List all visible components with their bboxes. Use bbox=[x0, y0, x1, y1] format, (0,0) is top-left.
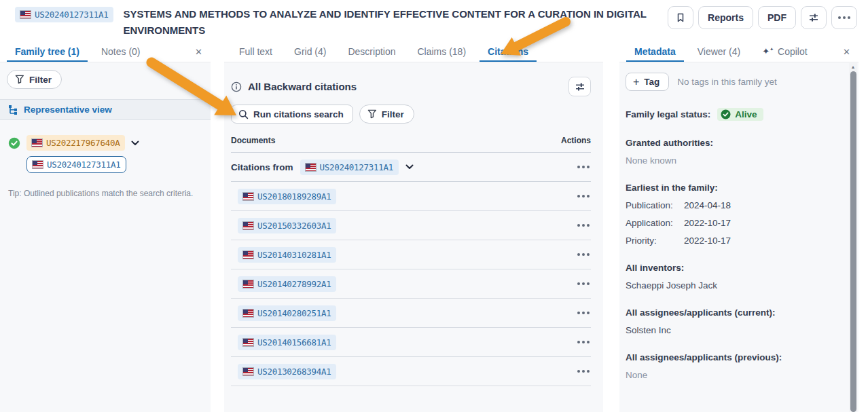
row-actions-menu[interactable] bbox=[576, 337, 591, 348]
tag-row: + Tag No tags in this family yet bbox=[626, 73, 841, 91]
citation-row: US20150332603A1 bbox=[231, 211, 591, 240]
status-badge: Alive bbox=[717, 108, 763, 121]
citation-doc-chip[interactable]: US20140278992A1 bbox=[238, 276, 336, 292]
row-actions-menu[interactable] bbox=[576, 307, 591, 318]
left-panel-tabs: Family tree (1) Notes (0) ✕ bbox=[0, 42, 211, 62]
row-actions-menu[interactable] bbox=[576, 191, 591, 202]
tab-grid[interactable]: Grid (4) bbox=[286, 42, 334, 62]
earliest-label: Earliest in the family: bbox=[626, 183, 841, 193]
row-actions-menu[interactable] bbox=[576, 278, 591, 289]
parent-publication-number: US202217967640A bbox=[46, 138, 120, 148]
patent-number-badge[interactable]: US20240127311A1 bbox=[15, 7, 113, 22]
right-panel-close-icon[interactable]: ✕ bbox=[839, 45, 854, 58]
citations-from-number: US20240127311A1 bbox=[320, 162, 393, 172]
more-options-button[interactable] bbox=[831, 6, 857, 29]
family-tree-content: Filter Representative view US20221796764… bbox=[0, 63, 211, 412]
publication-value: 2024-04-18 bbox=[684, 200, 731, 210]
priority-date-row: Priority: 2022-10-17 bbox=[626, 236, 841, 246]
chevron-down-icon[interactable] bbox=[405, 164, 414, 170]
citations-from-chip[interactable]: US20240127311A1 bbox=[300, 160, 399, 175]
ellipsis-icon bbox=[837, 12, 852, 23]
application-value: 2022-10-17 bbox=[684, 218, 731, 228]
assignees-previous-field: All assignees/applicants (previous): Non… bbox=[626, 352, 841, 380]
us-flag-icon bbox=[32, 139, 42, 147]
sliders-icon bbox=[808, 12, 819, 23]
copilot-label: Copilot bbox=[778, 46, 808, 57]
citations-settings-button[interactable] bbox=[568, 77, 591, 96]
family-filter-button[interactable]: Filter bbox=[7, 70, 62, 89]
tab-copilot[interactable]: ✦✦ Copilot bbox=[754, 42, 815, 62]
tab-full-text[interactable]: Full text bbox=[231, 42, 281, 62]
chevron-down-icon[interactable] bbox=[131, 141, 139, 146]
tab-description[interactable]: Description bbox=[340, 42, 403, 62]
us-flag-icon bbox=[243, 280, 253, 288]
priority-label: Priority: bbox=[626, 236, 684, 246]
citation-doc-chip[interactable]: US20140310281A1 bbox=[238, 247, 336, 263]
assignees-previous-label: All assignees/applicants (previous): bbox=[626, 352, 841, 362]
filter-label: Filter bbox=[29, 75, 52, 85]
assignees-previous-value: None bbox=[626, 370, 841, 380]
tree-tip-text: Tip: Outlined publications match the sea… bbox=[8, 189, 202, 198]
tab-claims[interactable]: Claims (18) bbox=[410, 42, 475, 62]
tab-notes[interactable]: Notes (0) bbox=[93, 42, 149, 62]
row-actions-menu[interactable] bbox=[576, 249, 591, 260]
tag-label: Tag bbox=[644, 77, 659, 87]
citations-table-header: Documents Actions bbox=[231, 136, 591, 153]
citation-row: US20130268394A1 bbox=[231, 357, 591, 386]
sliders-icon bbox=[575, 81, 585, 92]
match-check-icon bbox=[8, 137, 20, 149]
publication-date-row: Publication: 2024-04-18 bbox=[626, 200, 841, 210]
citation-doc-chip[interactable]: US20140280251A1 bbox=[238, 305, 336, 321]
row-actions-menu[interactable] bbox=[576, 366, 591, 377]
assignees-current-value: Solsten Inc bbox=[626, 325, 841, 335]
tab-metadata[interactable]: Metadata bbox=[626, 42, 684, 62]
citation-doc-chip[interactable]: US20180189289A1 bbox=[238, 189, 336, 204]
left-panel-close-icon[interactable]: ✕ bbox=[191, 45, 206, 58]
citation-doc-chip[interactable]: US20130268394A1 bbox=[238, 364, 336, 379]
representative-view-selector[interactable]: Representative view bbox=[0, 99, 211, 120]
add-tag-button[interactable]: + Tag bbox=[626, 73, 669, 91]
child-publication-chip[interactable]: US20240127311A1 bbox=[26, 156, 126, 173]
us-flag-icon bbox=[306, 164, 316, 171]
tab-citations[interactable]: Citations bbox=[480, 42, 537, 62]
info-icon[interactable] bbox=[231, 81, 242, 92]
tab-family-tree[interactable]: Family tree (1) bbox=[7, 42, 88, 62]
pdf-button[interactable]: PDF bbox=[758, 6, 796, 29]
bookmark-button[interactable] bbox=[668, 6, 693, 29]
metadata-scrollbar[interactable]: ▲ bbox=[849, 63, 857, 412]
earliest-field: Earliest in the family: Publication: 202… bbox=[626, 183, 841, 246]
citation-row: US20180189289A1 bbox=[231, 182, 591, 211]
child-publication-number: US20240127311A1 bbox=[47, 160, 120, 170]
parent-publication-chip[interactable]: US202217967640A bbox=[26, 135, 125, 151]
priority-value: 2022-10-17 bbox=[684, 236, 731, 246]
citations-from-label: Citations from bbox=[231, 162, 293, 172]
header: US20240127311A1 SYSTEMS AND METHODS TO A… bbox=[0, 0, 868, 42]
group-actions-menu[interactable] bbox=[576, 162, 591, 172]
citations-filter-button[interactable]: Filter bbox=[359, 105, 414, 124]
row-actions-menu[interactable] bbox=[576, 220, 591, 231]
citation-doc-number: US20140280251A1 bbox=[257, 308, 331, 318]
scroll-up-arrow-icon[interactable]: ▲ bbox=[851, 63, 856, 71]
citation-doc-number: US20180189289A1 bbox=[257, 191, 331, 202]
representative-view-label: Representative view bbox=[24, 105, 112, 115]
tab-viewer[interactable]: Viewer (4) bbox=[689, 42, 749, 62]
legal-status-label: Family legal status: bbox=[626, 109, 710, 119]
application-date-row: Application: 2022-10-17 bbox=[626, 218, 841, 228]
citation-doc-chip[interactable]: US20150332603A1 bbox=[238, 218, 336, 233]
us-flag-icon bbox=[243, 251, 253, 259]
us-flag-icon bbox=[243, 193, 253, 200]
assignees-current-field: All assignees/applicants (current): Sols… bbox=[626, 307, 841, 335]
display-settings-button[interactable] bbox=[801, 6, 827, 29]
reports-button[interactable]: Reports bbox=[698, 6, 753, 29]
us-flag-icon bbox=[243, 222, 253, 229]
run-citations-search-button[interactable]: Run citations search bbox=[231, 105, 353, 124]
filter-label: Filter bbox=[382, 109, 404, 119]
citations-group-row: Citations from US20240127311A1 bbox=[231, 153, 591, 182]
tree-row-parent: US202217967640A bbox=[8, 135, 211, 151]
document-panel: Full text Grid (4) Description Claims (1… bbox=[224, 42, 603, 412]
right-panel-tabs: Metadata Viewer (4) ✦✦ Copilot ✕ bbox=[619, 42, 858, 62]
sparkle-icon: ✦✦ bbox=[762, 46, 774, 56]
scrollbar-thumb[interactable] bbox=[850, 71, 856, 412]
tree-view-icon bbox=[8, 105, 18, 115]
citation-doc-chip[interactable]: US20140156681A1 bbox=[238, 335, 336, 350]
